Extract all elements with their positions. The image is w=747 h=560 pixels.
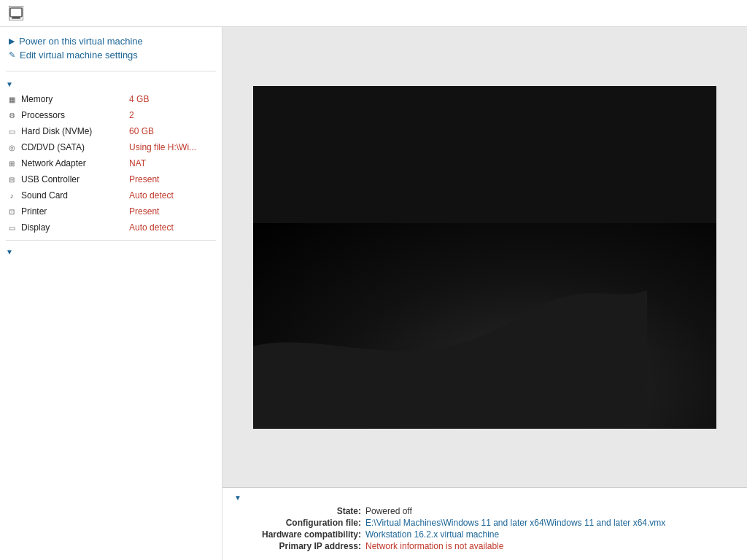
processors-name: Processors (21, 110, 65, 120)
usb-controller-name: USB Controller (21, 174, 80, 184)
description-arrow-icon: ▼ (6, 248, 13, 256)
description-header[interactable]: ▼ (6, 248, 216, 256)
network-adapter-value: NAT (123, 155, 222, 171)
processors-icon: ⚙ (6, 110, 18, 120)
edit-settings-icon: ✎ (9, 50, 15, 60)
devices-table: ▦ Memory 4 GB ⚙ Processors 2 (0, 91, 222, 236)
display-name: Display (21, 222, 50, 233)
printer-icon: ⊡ (6, 206, 18, 217)
action-buttons: ▶Power on this virtual machine✎Edit virt… (0, 33, 222, 66)
network-adapter-icon: ⊞ (6, 158, 18, 168)
memory-value: 4 GB (123, 91, 222, 107)
processors-value: 2 (123, 107, 222, 123)
cd-dvd-icon: ◎ (6, 142, 18, 152)
memory-name: Memory (21, 94, 53, 104)
sound-card-name: Sound Card (21, 190, 68, 201)
details-section: ▼ State:Powered offConfiguration file:E:… (222, 487, 747, 560)
device-row-display[interactable]: ▭ Display Auto detect (0, 219, 222, 236)
usb-controller-icon: ⊟ (6, 174, 18, 184)
printer-name: Printer (21, 206, 47, 217)
hard-disk-name: Hard Disk (NVMe) (21, 126, 92, 136)
memory-icon: ▦ (6, 94, 18, 104)
vm-details-grid: State:Powered offConfiguration file:E:\V… (234, 506, 735, 551)
vm-screen (253, 86, 716, 429)
action-edit-settings[interactable]: ✎Edit virtual machine settings (9, 50, 213, 61)
usb-controller-value: Present (123, 171, 222, 187)
device-row-memory[interactable]: ▦ Memory 4 GB (0, 91, 222, 107)
devices-arrow-icon: ▼ (6, 80, 13, 88)
device-row-sound-card[interactable]: ♪ Sound Card Auto detect (0, 187, 222, 203)
sidebar: ▶Power on this virtual machine✎Edit virt… (0, 27, 222, 560)
right-panel: ▼ State:Powered offConfiguration file:E:… (222, 27, 747, 560)
vm-details-arrow-icon: ▼ (234, 494, 241, 502)
vm-details-header[interactable]: ▼ (234, 494, 735, 502)
detail-label-3: Primary IP address: (234, 541, 365, 551)
device-row-network-adapter[interactable]: ⊞ Network Adapter NAT (0, 155, 222, 171)
vm-display-area (222, 27, 747, 487)
display-value: Auto detect (123, 219, 222, 236)
network-adapter-name: Network Adapter (21, 158, 86, 168)
device-row-cd-dvd[interactable]: ◎ CD/DVD (SATA) Using file H:\Wi... (0, 139, 222, 155)
edit-settings-label: Edit virtual machine settings (20, 50, 138, 61)
display-icon: ▭ (6, 222, 18, 233)
sound-card-icon: ♪ (6, 190, 18, 201)
power-on-label: Power on this virtual machine (19, 36, 143, 47)
device-row-usb-controller[interactable]: ⊟ USB Controller Present (0, 171, 222, 187)
detail-value-1: E:\Virtual Machines\Windows 11 and later… (365, 518, 735, 528)
cd-dvd-name: CD/DVD (SATA) (21, 142, 85, 152)
power-on-icon: ▶ (9, 36, 15, 46)
action-power-on[interactable]: ▶Power on this virtual machine (9, 36, 213, 47)
detail-label-1: Configuration file: (234, 518, 365, 528)
cd-dvd-value: Using file H:\Wi... (123, 139, 222, 155)
hard-disk-icon: ▭ (6, 126, 18, 136)
description-section: ▼ (0, 245, 222, 265)
hard-disk-value: 60 GB (123, 123, 222, 139)
device-row-printer[interactable]: ⊡ Printer Present (0, 203, 222, 219)
device-row-processors[interactable]: ⚙ Processors 2 (0, 107, 222, 123)
detail-value-0: Powered off (365, 506, 735, 516)
detail-label-2: Hardware compatibility: (234, 529, 365, 540)
devices-section-header[interactable]: ▼ (0, 76, 222, 91)
description-placeholder[interactable] (6, 259, 216, 262)
svg-rect-0 (10, 8, 22, 17)
detail-value-3: Network information is not available (365, 541, 735, 551)
device-row-hard-disk[interactable]: ▭ Hard Disk (NVMe) 60 GB (0, 123, 222, 139)
vm-icon (9, 6, 23, 20)
sound-card-value: Auto detect (123, 187, 222, 203)
detail-value-2: Workstation 16.2.x virtual machine (365, 529, 735, 540)
detail-label-0: State: (234, 506, 365, 516)
vm-screen-wave-svg (253, 240, 647, 429)
printer-value: Present (123, 203, 222, 219)
